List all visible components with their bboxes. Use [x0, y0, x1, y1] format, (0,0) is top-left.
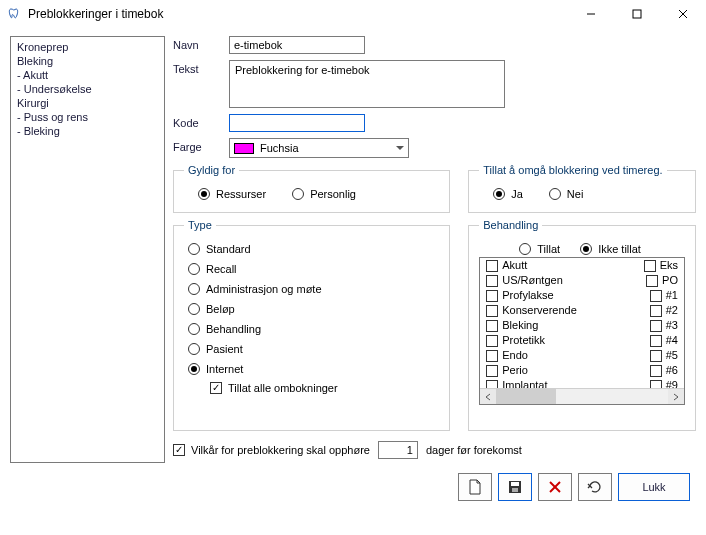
vilkar-row: Vilkår for preblokkering skal opphøre da…	[173, 441, 696, 459]
tillat-omga-group: Tillat å omgå blokkering ved timereg. Ja…	[468, 164, 696, 213]
farge-select[interactable]: Fuchsia	[229, 138, 409, 158]
radio-type-pasient[interactable]: Pasient	[188, 343, 435, 355]
radio-personlig[interactable]: Personlig	[292, 188, 356, 200]
behandling-checkbox[interactable]	[650, 365, 662, 377]
behandling-checkbox[interactable]	[650, 335, 662, 347]
behandling-checkbox[interactable]	[486, 275, 498, 287]
undo-button[interactable]	[578, 473, 612, 501]
radio-type-behandling[interactable]: Behandling	[188, 323, 435, 335]
new-button[interactable]	[458, 473, 492, 501]
radio-type-standard[interactable]: Standard	[188, 243, 435, 255]
behandling-checkbox[interactable]	[486, 335, 498, 347]
dager-input[interactable]	[378, 441, 418, 459]
behandling-legend: Behandling	[479, 219, 542, 231]
sidebar-item[interactable]: - Akutt	[17, 68, 158, 82]
behandling-checkbox[interactable]	[486, 320, 498, 332]
behandling-row[interactable]: US/RøntgenPO	[480, 273, 684, 288]
sidebar-item[interactable]: Kroneprep	[17, 40, 158, 54]
radio-ja[interactable]: Ja	[493, 188, 523, 200]
sidebar-item[interactable]: Bleking	[17, 54, 158, 68]
label-tekst: Tekst	[173, 60, 229, 75]
label-farge: Farge	[173, 138, 229, 153]
radio-type-bel-p[interactable]: Beløp	[188, 303, 435, 315]
behandling-row[interactable]: Konserverende#2	[480, 303, 684, 318]
chk-vilkar[interactable]: Vilkår for preblokkering skal opphøre	[173, 444, 370, 456]
type-group: Type StandardRecallAdministrasjon og møt…	[173, 219, 450, 431]
radio-ikke-tillat[interactable]: Ikke tillat	[580, 243, 641, 255]
scroll-thumb[interactable]	[496, 389, 556, 405]
window-title: Preblokkeringer i timebok	[28, 7, 568, 21]
tekst-input[interactable]	[229, 60, 505, 108]
behandling-row[interactable]: Perio#6	[480, 363, 684, 378]
app-icon	[6, 6, 22, 22]
behandling-group: Behandling Tillat Ikke tillat AkuttEksUS…	[468, 219, 696, 431]
scroll-left-button[interactable]	[480, 389, 496, 405]
radio-ressurser[interactable]: Ressurser	[198, 188, 266, 200]
save-button[interactable]	[498, 473, 532, 501]
svg-rect-1	[633, 10, 641, 18]
label-kode: Kode	[173, 114, 229, 129]
behandling-row[interactable]: Profylakse#1	[480, 288, 684, 303]
gyldig-for-group: Gyldig for Ressurser Personlig	[173, 164, 450, 213]
sidebar-item[interactable]: - Puss og rens	[17, 110, 158, 124]
chevron-down-icon	[396, 146, 404, 150]
radio-type-administrasjon-og-m-te[interactable]: Administrasjon og møte	[188, 283, 435, 295]
behandling-checkbox[interactable]	[486, 260, 498, 272]
radio-type-internet[interactable]: Internet	[188, 363, 435, 375]
label-dager: dager før forekomst	[426, 444, 522, 456]
behandling-checkbox[interactable]	[486, 350, 498, 362]
form-area: Navn Tekst Kode Farge Fuchsia Gyldig for	[173, 36, 696, 463]
kode-input[interactable]	[229, 114, 365, 132]
navn-input[interactable]	[229, 36, 365, 54]
delete-button[interactable]	[538, 473, 572, 501]
label-navn: Navn	[173, 36, 229, 51]
sidebar-item[interactable]: - Bleking	[17, 124, 158, 138]
behandling-row[interactable]: Endo#5	[480, 348, 684, 363]
preblock-list[interactable]: KroneprepBleking- Akutt- UndersøkelseKir…	[10, 36, 165, 463]
behandling-row[interactable]: Protetikk#4	[480, 333, 684, 348]
behandling-checkbox[interactable]	[650, 350, 662, 362]
farge-value: Fuchsia	[260, 142, 299, 154]
radio-nei[interactable]: Nei	[549, 188, 584, 200]
svg-rect-5	[511, 482, 519, 486]
lukk-button[interactable]: Lukk	[618, 473, 690, 501]
button-bar: Lukk	[0, 467, 706, 511]
behandling-checkbox[interactable]	[644, 260, 656, 272]
titlebar: Preblokkeringer i timebok	[0, 0, 706, 28]
type-legend: Type	[184, 219, 216, 231]
color-swatch	[234, 143, 254, 154]
scroll-track[interactable]	[496, 389, 668, 405]
minimize-button[interactable]	[568, 0, 614, 28]
sidebar-item[interactable]: - Undersøkelse	[17, 82, 158, 96]
radio-tillat[interactable]: Tillat	[519, 243, 560, 255]
behandling-checkbox[interactable]	[650, 290, 662, 302]
horizontal-scrollbar[interactable]	[480, 388, 684, 404]
behandling-checkbox[interactable]	[486, 305, 498, 317]
window-buttons	[568, 0, 706, 28]
behandling-list[interactable]: AkuttEksUS/RøntgenPOProfylakse#1Konserve…	[479, 257, 685, 405]
behandling-row[interactable]: AkuttEks	[480, 258, 684, 273]
gyldig-for-legend: Gyldig for	[184, 164, 239, 176]
maximize-button[interactable]	[614, 0, 660, 28]
scroll-right-button[interactable]	[668, 389, 684, 405]
close-button[interactable]	[660, 0, 706, 28]
behandling-checkbox[interactable]	[486, 365, 498, 377]
behandling-checkbox[interactable]	[646, 275, 658, 287]
sidebar-item[interactable]: Kirurgi	[17, 96, 158, 110]
tillat-omga-legend: Tillat å omgå blokkering ved timereg.	[479, 164, 666, 176]
chk-tillat-alle[interactable]: Tillat alle ombokninger	[210, 382, 338, 394]
behandling-checkbox[interactable]	[486, 290, 498, 302]
radio-type-recall[interactable]: Recall	[188, 263, 435, 275]
behandling-checkbox[interactable]	[650, 320, 662, 332]
behandling-checkbox[interactable]	[650, 305, 662, 317]
svg-rect-6	[512, 488, 518, 492]
behandling-row[interactable]: Bleking#3	[480, 318, 684, 333]
